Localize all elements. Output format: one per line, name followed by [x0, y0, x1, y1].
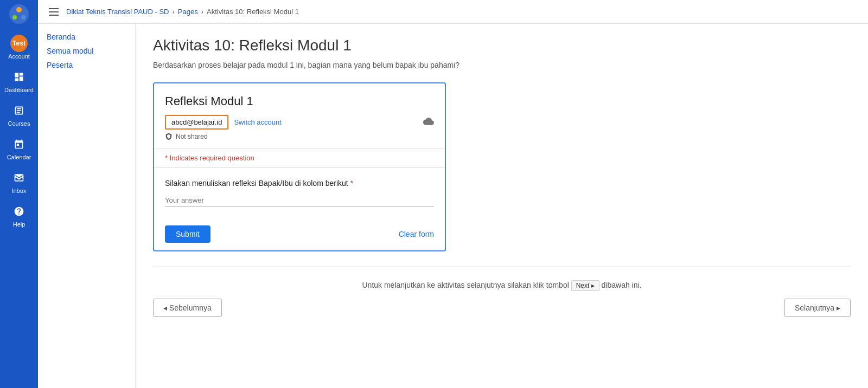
courses-icon: [10, 102, 28, 119]
page-subtitle: Berdasarkan proses belajar pada modul 1 …: [153, 61, 851, 69]
sidebar-item-dashboard[interactable]: Dashboard: [0, 64, 38, 98]
form-scroll-area[interactable]: Refleksi Modul 1 abcd@belajar.id Switch …: [154, 83, 445, 250]
svg-point-2: [12, 15, 17, 20]
breadcrumb: Diklat Teknis Transisi PAUD - SD › Pages…: [66, 8, 299, 16]
account-row: abcd@belajar.id Switch account: [165, 115, 434, 130]
dashboard-icon: [10, 68, 28, 86]
clear-form-link[interactable]: Clear form: [399, 230, 434, 238]
sidebar: Test Account Dashboard Courses Calendar …: [0, 0, 38, 388]
top-nav: Diklat Teknis Transisi PAUD - SD › Pages…: [38, 0, 868, 24]
bottom-divider: [153, 267, 851, 267]
breadcrumb-section[interactable]: Pages: [178, 8, 198, 16]
account-email: abcd@belajar.id: [165, 115, 228, 130]
sidebar-label-courses: Courses: [8, 120, 30, 127]
sidebar-label-account: Account: [8, 53, 30, 60]
switch-account-link[interactable]: Switch account: [234, 118, 281, 126]
canvas-logo: [9, 4, 29, 24]
form-title: Refleksi Modul 1: [165, 94, 434, 108]
required-mark: *: [350, 179, 353, 187]
inbox-icon: [10, 169, 28, 186]
form-question: Silakan menuliskan refleksi Bapak/Ibu di…: [154, 168, 445, 218]
not-shared-label: Not shared: [176, 133, 208, 140]
required-note: * Indicates required question: [154, 148, 445, 168]
answer-input[interactable]: [165, 194, 434, 207]
left-nav-beranda[interactable]: Beranda: [47, 33, 126, 41]
bottom-instruction: Untuk melanjutkan ke aktivitas selanjutn…: [153, 280, 851, 291]
submit-button[interactable]: Submit: [165, 225, 210, 243]
calendar-icon: [10, 135, 28, 153]
svg-point-3: [21, 15, 25, 20]
breadcrumb-sep-2: ›: [201, 8, 203, 16]
next-inline-button: Next ▸: [571, 280, 599, 291]
breadcrumb-current: Aktivitas 10: Refleksi Modul 1: [207, 8, 299, 16]
sidebar-label-inbox: Inbox: [12, 187, 27, 194]
question-label: Silakan menuliskan refleksi Bapak/Ibu di…: [165, 179, 434, 187]
sidebar-label-calendar: Calendar: [7, 154, 31, 160]
breadcrumb-course[interactable]: Diklat Teknis Transisi PAUD - SD: [66, 8, 169, 16]
sidebar-label-dashboard: Dashboard: [4, 87, 34, 93]
help-icon: [10, 203, 28, 220]
instruction-post: dibawah ini.: [602, 281, 642, 289]
instruction-pre: Untuk melanjutkan ke aktivitas selanjutn…: [362, 281, 569, 289]
breadcrumb-sep-1: ›: [173, 8, 175, 16]
svg-point-1: [16, 7, 22, 12]
left-nav-semua-modul[interactable]: Semua modul: [47, 47, 126, 55]
main-wrapper: Diklat Teknis Transisi PAUD - SD › Pages…: [38, 0, 868, 388]
cloud-icon: [423, 116, 434, 129]
prev-button[interactable]: ◂ Sebelumnya: [153, 299, 222, 317]
next-button[interactable]: Selanjutnya ▸: [784, 299, 851, 317]
left-nav: Beranda Semua modul Peserta: [38, 24, 136, 388]
sidebar-item-inbox[interactable]: Inbox: [0, 165, 38, 198]
page-title: Aktivitas 10: Refleksi Modul 1: [153, 37, 851, 54]
bottom-section: Untuk melanjutkan ke aktivitas selanjutn…: [153, 267, 851, 325]
sidebar-item-calendar[interactable]: Calendar: [0, 131, 38, 165]
required-note-text: * Indicates required question: [165, 154, 254, 162]
hamburger-menu[interactable]: [49, 8, 59, 16]
sidebar-item-account[interactable]: Test Account: [0, 30, 38, 64]
page-content: Aktivitas 10: Refleksi Modul 1 Berdasark…: [136, 24, 868, 388]
content-area: Beranda Semua modul Peserta Aktivitas 10…: [38, 24, 868, 388]
left-nav-peserta[interactable]: Peserta: [47, 61, 126, 69]
account-avatar: Test: [10, 35, 28, 52]
form-header: Refleksi Modul 1 abcd@belajar.id Switch …: [154, 83, 445, 148]
sidebar-item-help[interactable]: Help: [0, 198, 38, 232]
sidebar-item-courses[interactable]: Courses: [0, 98, 38, 131]
sidebar-label-help: Help: [13, 221, 25, 228]
form-container: Refleksi Modul 1 abcd@belajar.id Switch …: [153, 82, 446, 251]
question-label-text: Silakan menuliskan refleksi Bapak/Ibu di…: [165, 179, 348, 187]
page-nav-buttons: ◂ Sebelumnya Selanjutnya ▸: [153, 299, 851, 325]
not-shared-row: Not shared: [165, 133, 434, 140]
form-actions: Submit Clear form: [154, 218, 445, 250]
